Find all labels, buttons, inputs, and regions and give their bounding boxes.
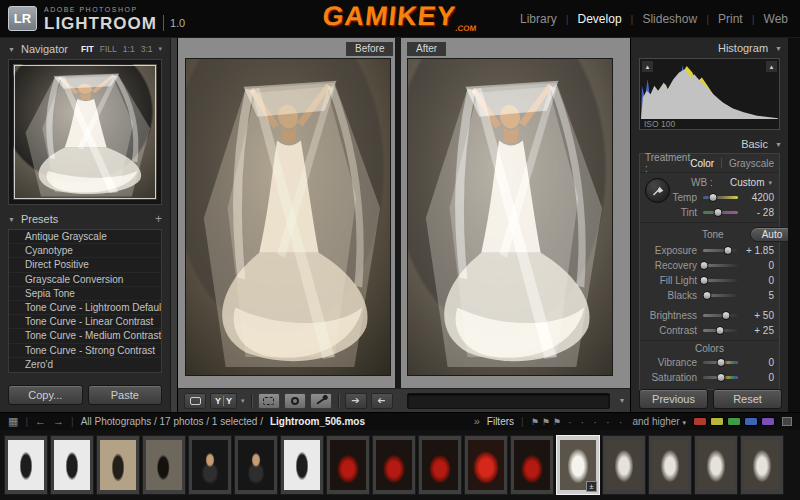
filmstrip-thumb[interactable] [142,435,186,495]
zoom-dropdown-icon[interactable]: ▾ [158,45,162,53]
fill-light-slider[interactable] [703,279,738,282]
tab-library[interactable]: Library [520,12,557,26]
after-photo[interactable] [407,58,613,376]
filmstrip-thumb[interactable] [648,435,692,495]
filmstrip-thumb[interactable] [326,435,370,495]
preset-item[interactable]: Direct Positive [9,258,161,272]
tab-develop[interactable]: Develop [578,12,622,26]
before-after-view-button[interactable]: YY [210,393,237,409]
rating-rule-select[interactable]: and higher ▾ [632,416,686,427]
flag-unflagged-icon[interactable]: ⚑ [542,417,550,427]
copy-before-to-after-button[interactable]: ➔ [371,393,393,409]
star-rating-filter[interactable]: · · · · · [568,416,626,428]
crop-tool-button[interactable] [258,393,280,409]
loupe-view-button[interactable] [184,393,206,409]
go-forward-icon[interactable]: → [53,416,64,427]
filmstrip-thumb[interactable] [740,435,784,495]
red-eye-button[interactable] [310,393,332,409]
blacks-slider-knob[interactable] [703,291,712,300]
histogram-header[interactable]: Histogram ▼ [631,40,788,56]
spot-removal-button[interactable] [284,393,306,409]
filmstrip-thumb-selected[interactable]: ± [556,435,600,495]
color-label-red[interactable] [693,417,707,426]
filmstrip-thumb[interactable] [4,435,48,495]
filmstrip-thumb[interactable] [188,435,232,495]
presets-header[interactable]: ▼ Presets + [0,211,170,227]
tab-print[interactable]: Print [718,12,743,26]
filmstrip-thumb[interactable] [694,435,738,495]
copy-button[interactable]: Copy... [8,385,83,405]
tab-web[interactable]: Web [764,12,788,26]
blacks-slider[interactable] [703,294,738,297]
add-preset-icon[interactable]: + [155,212,162,226]
color-label-purple[interactable] [761,417,775,426]
filters-chevrons-icon[interactable]: » [474,416,480,427]
filters-label[interactable]: Filters [487,416,514,427]
preset-item[interactable]: Zero'd [9,358,161,372]
zoom-3-1[interactable]: 3:1 [141,44,153,54]
preset-item[interactable]: Sepia Tone [9,287,161,301]
tint-slider[interactable] [703,211,738,214]
filmstrip-thumb[interactable] [96,435,140,495]
vibrance-slider[interactable] [703,361,738,364]
wb-preset-select[interactable]: Custom [730,177,764,188]
color-label-blue[interactable] [744,417,758,426]
navigator-header[interactable]: ▼ Navigator FIT FILL 1:1 3:1 ▾ [0,41,170,57]
toolbar-dropdown-icon[interactable]: ▾ [620,396,624,405]
treatment-color-option[interactable]: Color [690,158,714,169]
preset-item[interactable]: Tone Curve - Linear Contrast [9,315,161,329]
recovery-slider-knob[interactable] [700,261,709,270]
right-panel-scrollbar[interactable] [788,38,800,412]
histogram-panel[interactable]: ▲ ▲ ISO 100 [639,58,780,130]
filmstrip-thumb[interactable] [234,435,278,495]
color-label-yellow[interactable] [710,417,724,426]
wb-dropdown-icon[interactable]: ▾ [768,179,772,187]
preset-item[interactable]: Cyanotype [9,244,161,258]
previous-button[interactable]: Previous [639,389,708,409]
zoom-1-1[interactable]: 1:1 [123,44,135,54]
tint-slider-knob[interactable] [714,208,723,217]
reset-button[interactable]: Reset [713,389,782,409]
exposure-slider[interactable] [703,249,738,252]
color-label-green[interactable] [727,417,741,426]
go-back-icon[interactable]: ← [35,416,46,427]
treatment-grayscale-option[interactable]: Grayscale [729,158,774,169]
filmstrip-thumb[interactable] [280,435,324,495]
contrast-slider[interactable] [703,329,738,332]
zoom-fill[interactable]: FILL [100,44,117,54]
exposure-slider-knob[interactable] [723,246,732,255]
filmstrip-options-icon[interactable] [782,417,792,426]
filmstrip-thumb[interactable] [418,435,462,495]
vibrance-slider-knob[interactable] [716,358,725,367]
filmstrip-thumb[interactable] [50,435,94,495]
temp-slider-knob[interactable] [708,193,717,202]
saturation-slider-knob[interactable] [716,373,725,382]
before-photo[interactable] [185,58,391,376]
left-panel-scrollbar[interactable] [170,38,177,412]
contrast-slider-knob[interactable] [716,326,725,335]
fill-light-slider-knob[interactable] [700,276,709,285]
recovery-slider[interactable] [703,264,738,267]
preset-item[interactable]: Tone Curve - Strong Contrast [9,344,161,358]
view-mode-dropdown-icon[interactable]: ▾ [241,397,245,405]
preset-item[interactable]: Antique Grayscale [9,230,161,244]
copy-after-to-before-button[interactable]: ➔ [345,393,367,409]
filmstrip-thumb[interactable] [602,435,646,495]
flag-rejected-icon[interactable]: ⚑ [553,417,561,427]
filmstrip-thumb[interactable] [464,435,508,495]
paste-button[interactable]: Paste [88,385,163,405]
preset-item[interactable]: Tone Curve - Lightroom Default [9,301,161,315]
tab-slideshow[interactable]: Slideshow [642,12,697,26]
preset-item[interactable]: Grayscale Conversion [9,273,161,287]
filmstrip-thumb[interactable] [372,435,416,495]
navigator-preview[interactable] [8,59,162,205]
brightness-slider[interactable] [703,314,738,317]
zoom-fit[interactable]: FIT [81,44,94,54]
toolbar-field[interactable] [407,393,610,409]
white-balance-eyedropper[interactable] [645,178,670,203]
preset-item[interactable]: Tone Curve - Medium Contrast [9,329,161,343]
brightness-slider-knob[interactable] [721,311,730,320]
basic-header[interactable]: Basic ▼ [631,136,788,152]
flag-picked-icon[interactable]: ⚑ [531,417,539,427]
temp-slider[interactable] [703,196,738,199]
